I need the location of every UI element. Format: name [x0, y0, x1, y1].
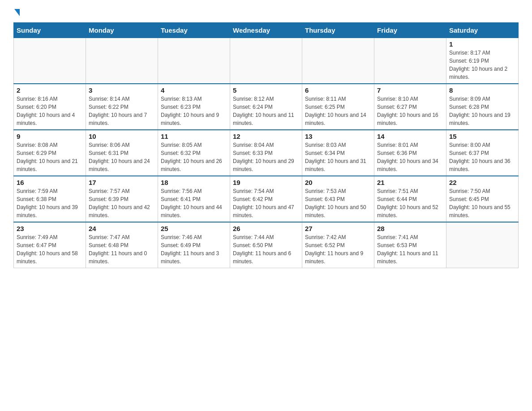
calendar-day-cell — [302, 38, 374, 84]
calendar-day-cell: 6Sunrise: 8:11 AM Sunset: 6:25 PM Daylig… — [302, 84, 374, 130]
day-info: Sunrise: 7:44 AM Sunset: 6:50 PM Dayligh… — [233, 233, 299, 265]
day-number: 25 — [161, 225, 227, 232]
calendar-day-cell — [230, 38, 302, 84]
day-number: 3 — [89, 86, 155, 94]
calendar-day-cell — [446, 222, 519, 268]
day-number: 6 — [305, 86, 371, 94]
day-info: Sunrise: 7:41 AM Sunset: 6:53 PM Dayligh… — [377, 233, 443, 265]
day-number: 26 — [233, 225, 299, 232]
day-info: Sunrise: 7:56 AM Sunset: 6:41 PM Dayligh… — [161, 187, 227, 219]
page-header — [13, 9, 519, 18]
day-info: Sunrise: 8:14 AM Sunset: 6:22 PM Dayligh… — [89, 95, 155, 127]
day-of-week-header: Thursday — [302, 23, 374, 38]
day-of-week-header: Friday — [374, 23, 446, 38]
day-number: 11 — [161, 133, 227, 140]
day-info: Sunrise: 8:03 AM Sunset: 6:34 PM Dayligh… — [305, 141, 371, 173]
calendar-day-cell: 13Sunrise: 8:03 AM Sunset: 6:34 PM Dayli… — [302, 130, 374, 176]
day-number: 15 — [449, 133, 515, 140]
day-info: Sunrise: 8:04 AM Sunset: 6:33 PM Dayligh… — [233, 141, 299, 173]
day-info: Sunrise: 8:17 AM Sunset: 6:19 PM Dayligh… — [449, 49, 515, 81]
day-info: Sunrise: 8:16 AM Sunset: 6:20 PM Dayligh… — [17, 95, 83, 127]
calendar-day-cell: 24Sunrise: 7:47 AM Sunset: 6:48 PM Dayli… — [86, 222, 158, 268]
calendar-day-cell: 23Sunrise: 7:49 AM Sunset: 6:47 PM Dayli… — [14, 222, 86, 268]
day-number: 28 — [377, 225, 443, 232]
calendar-week-row: 1Sunrise: 8:17 AM Sunset: 6:19 PM Daylig… — [14, 38, 519, 84]
day-number: 16 — [17, 179, 83, 186]
calendar-day-cell: 10Sunrise: 8:06 AM Sunset: 6:31 PM Dayli… — [86, 130, 158, 176]
day-number: 19 — [233, 179, 299, 186]
calendar-day-cell: 20Sunrise: 7:53 AM Sunset: 6:43 PM Dayli… — [302, 176, 374, 222]
day-info: Sunrise: 8:09 AM Sunset: 6:28 PM Dayligh… — [449, 95, 515, 127]
calendar-day-cell: 14Sunrise: 8:01 AM Sunset: 6:36 PM Dayli… — [374, 130, 446, 176]
calendar-day-cell: 28Sunrise: 7:41 AM Sunset: 6:53 PM Dayli… — [374, 222, 446, 268]
day-info: Sunrise: 8:06 AM Sunset: 6:31 PM Dayligh… — [89, 141, 155, 173]
calendar-day-cell: 5Sunrise: 8:12 AM Sunset: 6:24 PM Daylig… — [230, 84, 302, 130]
day-number: 21 — [377, 179, 443, 186]
calendar-day-cell: 19Sunrise: 7:54 AM Sunset: 6:42 PM Dayli… — [230, 176, 302, 222]
calendar-day-cell: 17Sunrise: 7:57 AM Sunset: 6:39 PM Dayli… — [86, 176, 158, 222]
day-number: 24 — [89, 225, 155, 232]
calendar-header: SundayMondayTuesdayWednesdayThursdayFrid… — [14, 23, 519, 38]
day-info: Sunrise: 8:11 AM Sunset: 6:25 PM Dayligh… — [305, 95, 371, 127]
day-number: 23 — [17, 225, 83, 232]
day-info: Sunrise: 7:47 AM Sunset: 6:48 PM Dayligh… — [89, 233, 155, 265]
calendar-day-cell: 21Sunrise: 7:51 AM Sunset: 6:44 PM Dayli… — [374, 176, 446, 222]
day-number: 20 — [305, 179, 371, 186]
day-info: Sunrise: 7:53 AM Sunset: 6:43 PM Dayligh… — [305, 187, 371, 219]
day-of-week-header: Sunday — [14, 23, 86, 38]
day-number: 9 — [17, 133, 83, 140]
day-info: Sunrise: 8:00 AM Sunset: 6:37 PM Dayligh… — [449, 141, 515, 173]
calendar-day-cell: 8Sunrise: 8:09 AM Sunset: 6:28 PM Daylig… — [446, 84, 519, 130]
day-number: 22 — [449, 179, 515, 186]
calendar-day-cell — [158, 38, 230, 84]
day-number: 17 — [89, 179, 155, 186]
day-info: Sunrise: 7:51 AM Sunset: 6:44 PM Dayligh… — [377, 187, 443, 219]
calendar-day-cell: 4Sunrise: 8:13 AM Sunset: 6:23 PM Daylig… — [158, 84, 230, 130]
calendar-week-row: 16Sunrise: 7:59 AM Sunset: 6:38 PM Dayli… — [14, 176, 519, 222]
logo-arrow-icon — [14, 9, 20, 16]
day-info: Sunrise: 8:12 AM Sunset: 6:24 PM Dayligh… — [233, 95, 299, 127]
day-info: Sunrise: 8:05 AM Sunset: 6:32 PM Dayligh… — [161, 141, 227, 173]
day-of-week-header: Tuesday — [158, 23, 230, 38]
day-info: Sunrise: 7:46 AM Sunset: 6:49 PM Dayligh… — [161, 233, 227, 265]
day-info: Sunrise: 8:01 AM Sunset: 6:36 PM Dayligh… — [377, 141, 443, 173]
day-info: Sunrise: 7:54 AM Sunset: 6:42 PM Dayligh… — [233, 187, 299, 219]
day-number: 8 — [449, 86, 515, 94]
calendar-day-cell — [86, 38, 158, 84]
day-number: 4 — [161, 86, 227, 94]
day-of-week-header: Monday — [86, 23, 158, 38]
calendar-day-cell: 9Sunrise: 8:08 AM Sunset: 6:29 PM Daylig… — [14, 130, 86, 176]
day-number: 2 — [17, 86, 83, 94]
calendar-day-cell — [14, 38, 86, 84]
day-info: Sunrise: 7:50 AM Sunset: 6:45 PM Dayligh… — [449, 187, 515, 219]
day-number: 12 — [233, 133, 299, 140]
calendar-day-cell: 15Sunrise: 8:00 AM Sunset: 6:37 PM Dayli… — [446, 130, 519, 176]
day-info: Sunrise: 8:08 AM Sunset: 6:29 PM Dayligh… — [17, 141, 83, 173]
calendar-day-cell: 16Sunrise: 7:59 AM Sunset: 6:38 PM Dayli… — [14, 176, 86, 222]
day-info: Sunrise: 8:10 AM Sunset: 6:27 PM Dayligh… — [377, 95, 443, 127]
day-number: 5 — [233, 86, 299, 94]
calendar-week-row: 2Sunrise: 8:16 AM Sunset: 6:20 PM Daylig… — [14, 84, 519, 130]
day-number: 7 — [377, 86, 443, 94]
calendar-day-cell: 22Sunrise: 7:50 AM Sunset: 6:45 PM Dayli… — [446, 176, 519, 222]
day-number: 10 — [89, 133, 155, 140]
calendar-day-cell: 7Sunrise: 8:10 AM Sunset: 6:27 PM Daylig… — [374, 84, 446, 130]
calendar-day-cell: 25Sunrise: 7:46 AM Sunset: 6:49 PM Dayli… — [158, 222, 230, 268]
calendar-table: SundayMondayTuesdayWednesdayThursdayFrid… — [13, 22, 519, 268]
calendar-day-cell: 12Sunrise: 8:04 AM Sunset: 6:33 PM Dayli… — [230, 130, 302, 176]
calendar-day-cell: 26Sunrise: 7:44 AM Sunset: 6:50 PM Dayli… — [230, 222, 302, 268]
day-number: 18 — [161, 179, 227, 186]
day-number: 13 — [305, 133, 371, 140]
day-number: 27 — [305, 225, 371, 232]
calendar-day-cell — [374, 38, 446, 84]
calendar-day-cell: 1Sunrise: 8:17 AM Sunset: 6:19 PM Daylig… — [446, 38, 519, 84]
day-headers-row: SundayMondayTuesdayWednesdayThursdayFrid… — [14, 23, 519, 38]
calendar-day-cell: 3Sunrise: 8:14 AM Sunset: 6:22 PM Daylig… — [86, 84, 158, 130]
day-info: Sunrise: 8:13 AM Sunset: 6:23 PM Dayligh… — [161, 95, 227, 127]
calendar-day-cell: 2Sunrise: 8:16 AM Sunset: 6:20 PM Daylig… — [14, 84, 86, 130]
calendar-week-row: 23Sunrise: 7:49 AM Sunset: 6:47 PM Dayli… — [14, 222, 519, 268]
calendar-week-row: 9Sunrise: 8:08 AM Sunset: 6:29 PM Daylig… — [14, 130, 519, 176]
day-of-week-header: Wednesday — [230, 23, 302, 38]
day-info: Sunrise: 7:42 AM Sunset: 6:52 PM Dayligh… — [305, 233, 371, 265]
day-of-week-header: Saturday — [446, 23, 519, 38]
